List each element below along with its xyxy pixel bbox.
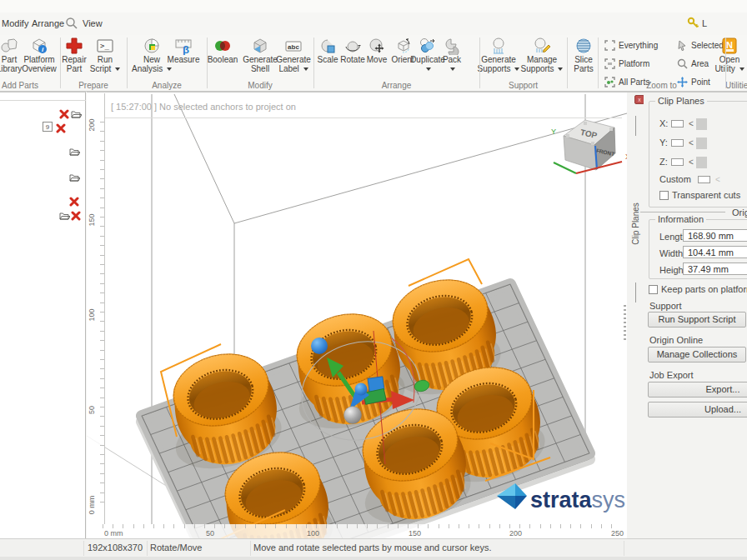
parts-tree-panel: 9 (0, 92, 86, 538)
svg-text:N: N (726, 40, 733, 50)
ruler-label: 50 (206, 529, 214, 538)
ruler-label: 50 (88, 398, 96, 422)
generate-shell-icon (251, 37, 269, 55)
button-measure[interactable]: βMeasure (161, 37, 206, 64)
status-separator (624, 541, 624, 556)
license-indicator[interactable]: L (687, 17, 707, 31)
folder-icon[interactable] (59, 209, 69, 219)
group-label: Prepare (60, 81, 127, 90)
ruler-label: 100 (88, 302, 96, 328)
group-label: Analyze (127, 81, 207, 90)
slider-arrow-icon[interactable]: < (689, 119, 694, 128)
viewport-log-message: [ 15:27:00 ] No selected anchors to proj… (105, 98, 622, 118)
menu-view[interactable]: View (83, 18, 103, 28)
svg-text:β: β (183, 43, 189, 55)
slider-arrow-icon[interactable]: < (689, 138, 694, 148)
button-open-utility[interactable]: NOpenUtility (707, 37, 747, 73)
ribbon-group-prepare: RepairPart>_RunScript Prepare (60, 35, 127, 91)
group-divider (60, 38, 61, 88)
slider-thumb[interactable] (696, 138, 707, 149)
ribbon-group-arrange: ScaleRotateMoveOrientDuplicatePackArrang… (313, 35, 479, 91)
boolean-icon (213, 37, 232, 55)
ruler-label: 0 mm (88, 492, 96, 518)
group-divider (725, 38, 726, 88)
button-manage-supports[interactable]: ManageSupports (519, 37, 564, 73)
ruler-label: 100 (307, 529, 319, 538)
ribbon-group-support: GenerateSupports ManageSupports Support (479, 35, 567, 91)
information-group: InformationLength:168.90 mmWidth:104.41 … (649, 219, 747, 279)
info-input-length[interactable]: 168.90 mm (683, 229, 747, 242)
clip-axis-row: X:< (659, 118, 707, 130)
delete-icon[interactable] (56, 122, 66, 132)
delete-icon[interactable] (69, 195, 79, 205)
status-cell: Rotate/Move (150, 542, 202, 552)
ruler-label: 200 (88, 112, 96, 138)
folder-icon[interactable] (69, 145, 79, 155)
clip-value-box[interactable] (671, 158, 684, 166)
measure-icon: β (174, 37, 193, 55)
run-support-script-button[interactable]: Run Support Script (648, 312, 746, 328)
group-label: Utilities (725, 81, 747, 90)
generate-label-icon: abc (284, 37, 303, 55)
slider-arrow-icon[interactable]: < (715, 175, 720, 184)
keep-parts-checkbox[interactable] (649, 285, 658, 294)
slider-thumb[interactable] (696, 118, 707, 130)
zoom-to-everything[interactable]: Everything (604, 40, 658, 51)
button-pack[interactable]: Pack (429, 37, 474, 73)
delete-icon[interactable] (59, 108, 69, 118)
group-label: Add Parts (0, 81, 60, 90)
panel-divider (0, 100, 86, 101)
slice-parts-icon (574, 37, 593, 55)
open-utility-icon: N (720, 37, 739, 55)
slider-thumb[interactable] (696, 157, 707, 168)
part-library-icon (0, 37, 18, 55)
side-tab-strip: x Clip Planes (627, 92, 644, 538)
slider-arrow-icon[interactable]: < (689, 158, 694, 167)
menu-arrange[interactable]: Arrange (32, 18, 64, 28)
group-divider (313, 38, 314, 88)
transparent-cuts-row[interactable]: Transparent cuts (659, 190, 740, 200)
transparent-cuts-checkbox[interactable] (659, 191, 669, 200)
zoom-everything-icon (604, 41, 619, 50)
button-run-script[interactable]: >_RunScript (83, 37, 128, 73)
custom-value-box[interactable] (698, 176, 710, 183)
search-icon[interactable] (65, 17, 78, 32)
properties-panel: Clip PlanesX:<Y:<Z:<Custom<Transparent c… (644, 92, 747, 538)
group-label: Support (479, 81, 567, 90)
button-generate-supports[interactable]: GenerateSupports (476, 37, 521, 73)
menu-bar: ModifyArrangeView L (0, 12, 747, 35)
zoom-area-icon (677, 59, 691, 68)
menu-modify[interactable]: Modify (2, 18, 28, 28)
job-export-section-label: Job Export (649, 370, 694, 380)
clip-value-box[interactable] (671, 139, 684, 147)
info-input-width[interactable]: 104.41 mm (683, 246, 747, 258)
keep-parts-row[interactable]: Keep parts on platform (649, 284, 747, 294)
status-bar: 192x108x370Rotate/MoveMove and rotate se… (0, 538, 747, 557)
clip-axis-row: Z:< (659, 157, 707, 168)
manage-collections-button[interactable]: Manage Collections (648, 347, 746, 362)
upload-button[interactable]: Upload... (648, 402, 747, 418)
logo-text-bold: stratasys (530, 488, 625, 512)
clip-axis-row: Y:< (659, 138, 707, 149)
status-separator (147, 541, 148, 556)
status-cell: Move and rotate selected parts by mouse … (253, 542, 492, 552)
folder-icon[interactable] (71, 108, 81, 118)
stratasys-logo: stratasys (497, 483, 625, 512)
title-bar (0, 0, 747, 12)
zoom-to-area[interactable]: Area (677, 58, 709, 69)
zoom-to-platform[interactable]: Platform (604, 58, 649, 69)
ruler-label: 200 (509, 529, 522, 538)
ruler-label: 250 (611, 529, 624, 538)
delete-icon[interactable] (71, 209, 81, 219)
viewport-3d[interactable]: TOPFRONTYXstratasys [ 15:27:00 ] No sele… (87, 92, 627, 538)
splitter-handle[interactable] (624, 305, 626, 340)
export-button[interactable]: Export... (648, 382, 747, 398)
clip-value-box[interactable] (671, 120, 684, 128)
clip-planes-tab[interactable]: Clip Planes (629, 176, 641, 276)
ruler-label: 150 (88, 208, 96, 232)
folder-icon[interactable] (69, 171, 79, 181)
info-input-height[interactable]: 37.49 mm (683, 262, 747, 275)
svg-text:abc: abc (288, 43, 299, 51)
clip-custom-row: Custom< (659, 174, 723, 184)
window-bottom-edge (0, 557, 747, 560)
